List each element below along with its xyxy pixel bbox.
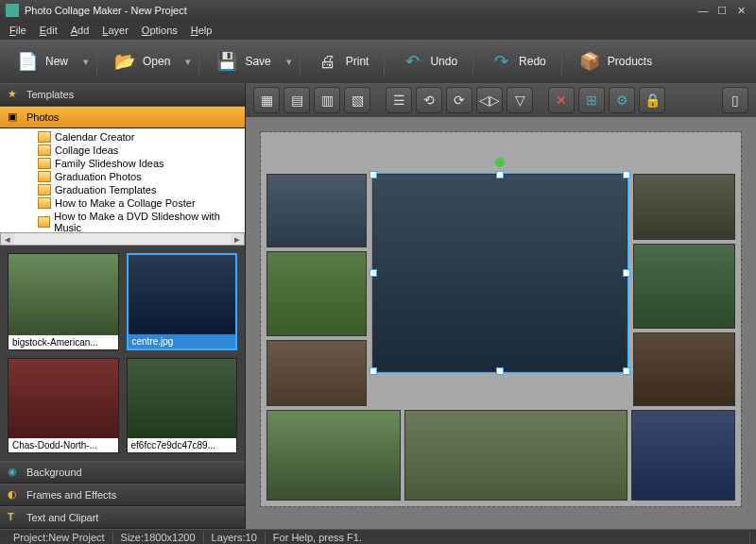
status-layers: Layers:10 — [204, 532, 266, 543]
collage-cell[interactable] — [633, 244, 735, 329]
section-templates[interactable]: ★Templates — [0, 83, 245, 106]
collage-cell[interactable] — [633, 332, 735, 406]
align-button[interactable]: ☰ — [386, 87, 412, 113]
open-dropdown[interactable]: ▾ — [183, 56, 193, 68]
products-icon: 📦 — [577, 49, 602, 74]
folder-icon — [38, 171, 51, 182]
folder-tree[interactable]: Calendar Creator Collage Ideas Family Sl… — [0, 128, 245, 232]
resize-handle[interactable] — [496, 367, 504, 375]
rotate-handle[interactable] — [495, 158, 505, 167]
tree-item[interactable]: Graduation Photos — [0, 170, 245, 183]
products-button[interactable]: 📦Products — [568, 45, 662, 77]
resize-handle[interactable] — [496, 171, 504, 178]
tree-item[interactable]: How to Make a Collage Poster — [0, 196, 245, 210]
redo-icon: ↷ — [489, 49, 513, 74]
collage-cell[interactable] — [266, 340, 367, 406]
thumbnail[interactable]: bigstock-American... — [8, 253, 119, 350]
new-dropdown[interactable]: ▾ — [81, 56, 91, 68]
section-text[interactable]: TText and Clipart — [0, 506, 245, 529]
delete-button[interactable]: ✕ — [548, 87, 575, 113]
folder-icon — [38, 144, 51, 156]
section-photos[interactable]: ▣Photos — [0, 106, 245, 128]
new-icon: 📄 — [15, 49, 40, 74]
canvas-area: ▦ ▤ ▥ ▧ ☰ ⟲ ⟳ ◁▷ ▽ ✕ ⊞ ⚙ 🔒 ▯ — [246, 83, 756, 529]
collage-cell-selected[interactable] — [372, 174, 627, 372]
resize-handle[interactable] — [623, 367, 630, 375]
frames-icon: ◐ — [8, 488, 21, 502]
tree-item[interactable]: Collage Ideas — [0, 144, 245, 157]
bring-front-button[interactable]: ▦ — [253, 87, 280, 113]
resize-handle[interactable] — [369, 367, 377, 375]
open-button[interactable]: 📂Open — [103, 45, 180, 77]
tree-item[interactable]: Family Slideshow Ideas — [0, 157, 245, 170]
left-panel: ★Templates ▣Photos Calendar Creator Coll… — [0, 83, 246, 529]
send-backward-button[interactable]: ▥ — [314, 87, 340, 113]
thumbnail-grid: bigstock-American... centre.jpg Chas-Dod… — [0, 246, 245, 461]
collage-cell[interactable] — [266, 174, 367, 247]
menu-edit[interactable]: Edit — [34, 23, 63, 38]
tree-item[interactable]: How to Make a DVD Slideshow with Music — [0, 210, 245, 232]
new-button[interactable]: 📄New — [6, 45, 77, 77]
canvas-toolbar: ▦ ▤ ▥ ▧ ☰ ⟲ ⟳ ◁▷ ▽ ✕ ⊞ ⚙ 🔒 ▯ — [246, 83, 756, 117]
resize-handle[interactable] — [369, 269, 377, 277]
folder-icon — [38, 131, 51, 143]
save-button[interactable]: 💾Save — [205, 45, 280, 77]
collage-cell[interactable] — [266, 251, 367, 336]
maximize-button[interactable]: ☐ — [713, 5, 731, 17]
folder-icon — [38, 216, 50, 228]
star-icon: ★ — [8, 88, 21, 101]
collage-cell[interactable] — [404, 410, 627, 501]
undo-button[interactable]: ↶Undo — [390, 45, 467, 77]
save-icon: 💾 — [215, 49, 239, 74]
menu-options[interactable]: Options — [136, 23, 183, 38]
thumbnail[interactable]: Chas-Dodd-North-... — [8, 358, 119, 453]
lock-button[interactable]: 🔒 — [639, 87, 665, 113]
thumbnail[interactable]: centre.jpg — [127, 253, 238, 350]
print-icon: 🖨 — [316, 49, 340, 74]
photos-icon: ▣ — [8, 110, 21, 124]
flip-v-button[interactable]: ▽ — [507, 87, 533, 113]
tree-item[interactable]: Graduation Templates — [0, 183, 245, 196]
rotate-left-button[interactable]: ⟲ — [416, 87, 442, 113]
rotate-right-button[interactable]: ⟳ — [446, 87, 472, 113]
folder-icon — [38, 158, 51, 169]
folder-icon — [38, 184, 51, 196]
section-background[interactable]: ◉Background — [0, 461, 245, 484]
page-button[interactable]: ▯ — [722, 87, 748, 113]
section-frames[interactable]: ◐Frames and Effects — [0, 484, 245, 506]
menu-layer[interactable]: Layer — [96, 23, 134, 38]
tree-item[interactable]: Calendar Creator — [0, 130, 245, 144]
flip-h-button[interactable]: ◁▷ — [476, 87, 503, 113]
resize-handle[interactable] — [369, 171, 377, 178]
collage-cell[interactable] — [631, 410, 735, 501]
folder-icon — [38, 197, 51, 209]
tree-hscroll[interactable]: ◂▸ — [0, 232, 245, 246]
status-help: For Help, press F1. — [266, 532, 750, 543]
thumbnail[interactable]: ef6fcc7e9dc47c89... — [127, 358, 238, 453]
resize-handle[interactable] — [623, 171, 630, 178]
collage-cell[interactable] — [266, 410, 401, 501]
scroll-right-icon[interactable]: ▸ — [231, 233, 244, 246]
close-button[interactable]: ✕ — [731, 5, 750, 17]
canvas[interactable] — [246, 117, 756, 529]
resize-handle[interactable] — [623, 269, 630, 277]
open-icon: 📂 — [112, 49, 137, 74]
scroll-left-icon[interactable]: ◂ — [1, 233, 14, 246]
bring-forward-button[interactable]: ▤ — [284, 87, 310, 113]
redo-button[interactable]: ↷Redo — [479, 45, 556, 77]
settings-button[interactable]: ⚙ — [609, 87, 635, 113]
minimize-button[interactable]: — — [694, 5, 713, 16]
menu-help[interactable]: Help — [185, 23, 218, 38]
undo-icon: ↶ — [400, 49, 424, 74]
send-back-button[interactable]: ▧ — [344, 87, 370, 113]
print-button[interactable]: 🖨Print — [306, 45, 379, 77]
menu-add[interactable]: Add — [65, 23, 95, 38]
statusbar: Project:New Project Size:1800x1200 Layer… — [0, 529, 756, 544]
menu-file[interactable]: File — [4, 23, 32, 38]
main-toolbar: 📄New ▾ 📂Open ▾ 💾Save ▾ 🖨Print ↶Undo ↷Red… — [0, 40, 756, 83]
collage-cell[interactable] — [633, 174, 735, 240]
save-dropdown[interactable]: ▾ — [284, 56, 294, 68]
collage-page[interactable] — [261, 132, 741, 506]
crop-button[interactable]: ⊞ — [578, 87, 605, 113]
status-size: Size:1800x1200 — [113, 532, 204, 543]
